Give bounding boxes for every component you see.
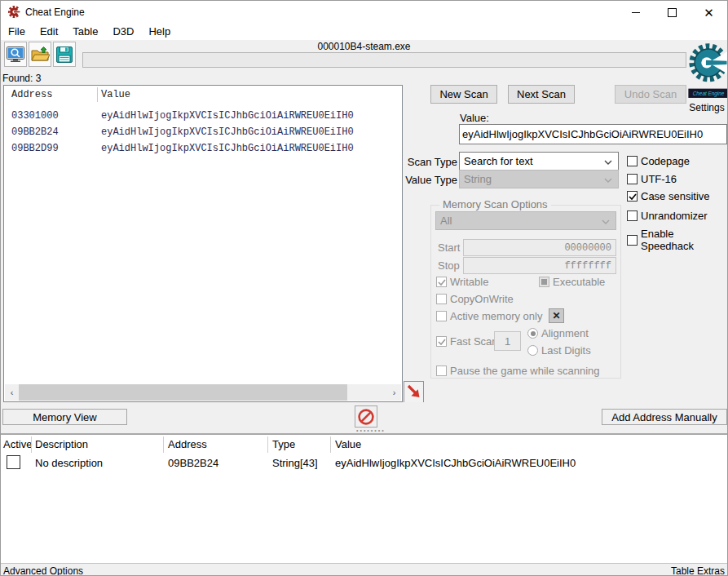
checkbox-label: Fast Scan	[450, 335, 498, 348]
checkbox-label: Unrandomizer	[641, 210, 708, 222]
found-row-value: eyAidHlwIjogIkpXVCIsICJhbGciOiAiRWREU0Ei…	[101, 126, 354, 138]
no-entry-button[interactable]	[355, 405, 377, 428]
checkbox-box	[436, 366, 447, 376]
radio-label: Alignment	[541, 327, 589, 339]
col-address[interactable]: Address	[168, 438, 207, 450]
checkbox-box	[627, 191, 638, 202]
memory-view-button[interactable]: Memory View	[2, 409, 127, 425]
scan-value-input[interactable]	[459, 124, 727, 144]
save-table-button[interactable]	[53, 42, 76, 67]
found-row[interactable]: 09BB2B24 eyAidHlwIjogIkpXVCIsICJhbGciOiA…	[4, 124, 402, 140]
select-process-button[interactable]	[4, 42, 27, 67]
checkbox-label: Case sensitive	[641, 190, 710, 202]
found-col-address[interactable]: Address	[11, 89, 52, 100]
checkbox-box	[627, 235, 638, 246]
pause-while-scanning-checkbox: Pause the game while scanning	[436, 365, 600, 377]
cheat-engine-logo-button[interactable]: Cheat Engine	[688, 35, 728, 100]
column-divider[interactable]	[97, 87, 98, 102]
start-label: Start	[438, 241, 460, 254]
next-scan-button[interactable]: Next Scan	[508, 85, 575, 104]
advanced-options-link[interactable]: Advanced Options	[3, 565, 83, 576]
row-type: String[43]	[272, 457, 318, 469]
no-entry-icon	[357, 408, 375, 426]
menu-help[interactable]: Help	[141, 24, 178, 40]
menu-d3d[interactable]: D3D	[105, 24, 141, 40]
found-row[interactable]: 03301000 eyAidHlwIjogIkpXVCIsICJhbGciOiA…	[4, 108, 402, 124]
add-selected-addresses-button[interactable]	[404, 381, 424, 403]
scroll-left-arrow-icon[interactable]: ‹	[5, 384, 19, 401]
checkbox-box	[436, 311, 447, 321]
enable-speedhack-checkbox[interactable]: Enable Speedhack	[627, 228, 727, 252]
maximize-button[interactable]	[654, 1, 690, 24]
alignment-radio: Alignment	[527, 327, 589, 339]
address-list-header: Active Description Address Type Value	[1, 436, 727, 454]
checkbox-label: Pause the game while scanning	[450, 365, 600, 377]
table-extras-link[interactable]: Table Extras	[671, 565, 725, 576]
window-title: Cheat Engine	[25, 7, 85, 18]
checkbox-label: Executable	[553, 276, 605, 288]
radio-label: Last Digits	[541, 344, 591, 357]
checkbox-box	[627, 210, 638, 221]
checkbox-label: Active memory only	[450, 310, 542, 322]
radio-dot	[527, 345, 538, 356]
menu-edit[interactable]: Edit	[33, 24, 65, 40]
checkbox-box	[436, 336, 447, 347]
memory-region-value: All	[440, 215, 452, 227]
dismiss-active-memory-button[interactable]: ✕	[549, 308, 564, 323]
codepage-checkbox[interactable]: Codepage	[627, 155, 690, 167]
unrandomizer-checkbox[interactable]: Unrandomizer	[627, 210, 708, 222]
address-list: Active Description Address Type Value No…	[1, 436, 727, 563]
chevron-down-icon	[602, 219, 610, 224]
scroll-right-arrow-icon[interactable]: ›	[387, 384, 401, 401]
group-title: Memory Scan Options	[439, 198, 551, 210]
x-icon: ✕	[552, 310, 560, 321]
stop-label: Stop	[438, 259, 460, 272]
row-address: 09BB2B24	[168, 457, 218, 469]
minimize-button[interactable]	[617, 1, 654, 24]
close-icon: ✕	[704, 7, 714, 19]
splitter-handle[interactable]: ••••••••	[356, 429, 394, 432]
last-digits-radio: Last Digits	[527, 344, 591, 357]
utf16-checkbox[interactable]: UTF-16	[627, 173, 677, 185]
copyonwrite-checkbox: CopyOnWrite	[436, 293, 514, 305]
value-type-label: Value Type	[360, 174, 457, 186]
scan-type-dropdown[interactable]: Search for text	[459, 152, 619, 171]
col-description[interactable]: Description	[35, 438, 88, 450]
address-row[interactable]: No description 09BB2B24 String[43] eyAid…	[1, 454, 727, 472]
value-label: Value:	[460, 112, 489, 124]
settings-label[interactable]: Settings	[685, 102, 728, 113]
checkbox-label: Enable Speedhack	[641, 228, 727, 252]
checkbox-box	[627, 156, 638, 166]
new-scan-button[interactable]: New Scan	[430, 85, 497, 104]
found-list-header: Address Value	[4, 86, 402, 104]
open-table-button[interactable]	[29, 42, 51, 67]
chevron-down-icon	[604, 178, 612, 183]
case-sensitive-checkbox[interactable]: Case sensitive	[627, 190, 710, 202]
found-col-value[interactable]: Value	[101, 89, 130, 100]
active-checkbox[interactable]	[7, 455, 20, 469]
column-divider[interactable]	[330, 436, 331, 453]
col-value[interactable]: Value	[335, 438, 361, 450]
menu-table[interactable]: Table	[65, 24, 105, 40]
stop-address-field	[463, 257, 616, 274]
cheat-engine-logo-icon: Cheat Engine	[688, 35, 728, 100]
column-divider[interactable]	[31, 436, 32, 453]
col-type[interactable]: Type	[272, 438, 295, 450]
found-row[interactable]: 09BB2D99 eyAidHlwIjogIkpXVCIsICJhbGciOiA…	[4, 140, 402, 157]
scan-type-value: Search for text	[464, 155, 533, 167]
scrollbar-thumb[interactable]	[19, 384, 347, 401]
col-active[interactable]: Active	[3, 438, 32, 450]
column-divider[interactable]	[267, 436, 268, 453]
executable-checkbox: Executable	[539, 276, 605, 288]
maximize-icon	[668, 8, 677, 17]
radio-dot	[527, 328, 538, 339]
add-address-manually-button[interactable]: Add Address Manually	[602, 409, 727, 425]
found-row-value: eyAidHlwIjogIkpXVCIsICJhbGciOiAiRWREU0Ei…	[101, 143, 354, 154]
menu-file[interactable]: File	[1, 24, 33, 40]
close-button[interactable]: ✕	[690, 1, 727, 24]
found-count: Found: 3	[2, 73, 41, 84]
column-divider[interactable]	[163, 436, 164, 453]
horizontal-scrollbar[interactable]: ‹ ›	[5, 384, 401, 401]
value-type-value: String	[464, 173, 492, 185]
found-row-address: 09BB2B24	[11, 126, 59, 138]
